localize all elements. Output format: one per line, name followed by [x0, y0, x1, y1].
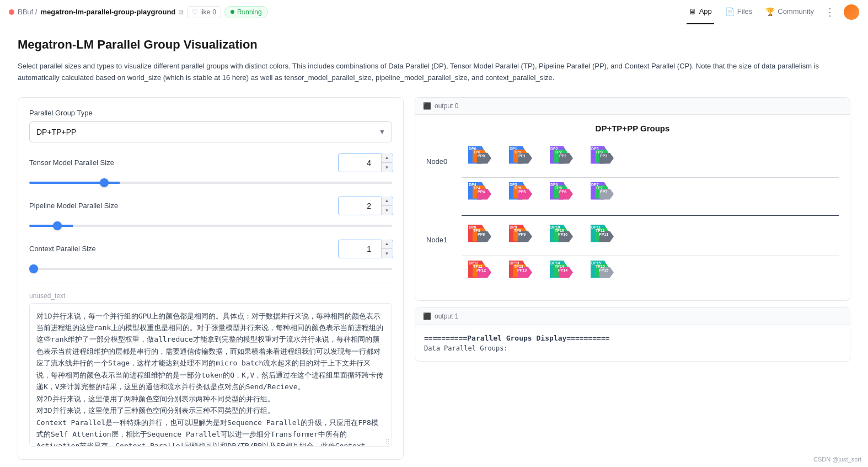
tensor-parallel-input-wrapper: ▲ ▼	[338, 153, 392, 172]
more-menu-button[interactable]: ⋮	[825, 6, 835, 18]
gpu-1: DP1 TP1 PP1	[509, 146, 541, 173]
node1-groups: DP8 TP8 PP8	[462, 220, 839, 291]
gpu-2: DP2 TP2 PP2	[550, 146, 582, 173]
parallel-group-type-field: Parallel Group Type DP+TP+PP DP+TP DP+PP…	[29, 109, 392, 142]
pp11-label-text: PP11	[599, 232, 608, 236]
gpu-11-icon: DP11 TP11 PP11	[591, 225, 623, 251]
parallel-group-type-select[interactable]: DP+TP+PP DP+TP DP+PP TP+PP DP TP PP	[29, 121, 392, 142]
gpu-12-icon: DP12 TP12 PP12	[468, 261, 500, 287]
tab-files[interactable]: 📄 Files	[723, 0, 754, 24]
node0-section: Node0 DP0	[426, 142, 839, 213]
pipeline-parallel-increment[interactable]: ▲	[381, 197, 392, 206]
nav-right: 🖥 App 📄 Files 🏆 Community ⋮	[687, 0, 859, 24]
nav-bbuf-label: BBuf /	[18, 8, 37, 16]
node1-section: Node1 DP8	[426, 220, 839, 291]
output-0-content: DP+TP+PP Groups Node0	[415, 115, 850, 300]
pp7-label-text: PP7	[600, 190, 607, 194]
tensor-parallel-increment[interactable]: ▲	[381, 153, 392, 163]
node1-label: Node1	[426, 220, 455, 244]
pipeline-parallel-input-wrapper: ▲ ▼	[338, 197, 392, 215]
pp1-label-text: PP1	[518, 154, 526, 158]
like-label: like	[200, 8, 210, 16]
page-content: Megatron-LM Parallel Group Visualization…	[0, 24, 868, 467]
output-0-header: ⬛ output 0	[415, 98, 850, 115]
tensor-parallel-slider[interactable]	[29, 182, 392, 184]
gpu-6: DP6 TP6 PP6	[550, 182, 582, 209]
tab-app-label: App	[699, 7, 712, 15]
running-label: Running	[237, 8, 262, 16]
watermark: CSDN @just_sort	[813, 456, 861, 463]
user-avatar[interactable]	[844, 4, 859, 20]
context-parallel-decrement[interactable]: ▼	[381, 249, 392, 258]
pp13-label-text: PP13	[517, 268, 527, 272]
output1-subtitle: Data Parallel Groups:	[424, 343, 841, 353]
gpu-13-icon: DP13 TP13 PP13	[509, 261, 541, 287]
gpu-5-icon: DP5 TP5 PP5	[509, 182, 541, 209]
context-parallel-label: Context Parallel Size	[29, 245, 338, 253]
gpu-4-icon: DP4 TP4 PP4	[468, 182, 500, 209]
pp8-label-text: PP8	[478, 232, 485, 236]
gpu-7-icon: DP7 TP7 PP7	[591, 182, 623, 209]
copy-icon[interactable]: ⧉	[179, 8, 184, 16]
gpu-11: DP11 TP11 PP11	[591, 225, 623, 251]
unused-textarea[interactable]	[29, 303, 392, 447]
pp0-label: PP0	[478, 154, 485, 158]
right-panel: ⬛ output 0 DP+TP+PP Groups Node0	[415, 97, 850, 460]
gpu-4: DP4 TP4 PP4	[468, 182, 500, 209]
node1-row2: DP12 TP12 PP12	[462, 256, 839, 291]
heart-icon: ♡	[192, 8, 198, 16]
output-1-box: ⬛ output 1 ==========Parallel Groups Dis…	[415, 307, 850, 362]
unused-text-label: unused_text	[29, 292, 392, 300]
tensor-parallel-decrement[interactable]: ▼	[381, 163, 392, 172]
pipeline-parallel-decrement[interactable]: ▼	[381, 206, 392, 215]
pipeline-parallel-spinners: ▲ ▼	[381, 197, 392, 215]
like-button[interactable]: ♡ like 0	[187, 6, 221, 18]
node0-label: Node0	[426, 142, 455, 166]
tp6-label-text: TP6	[555, 186, 562, 190]
tensor-parallel-spinners: ▲ ▼	[381, 153, 392, 172]
gpu-9: DP9 TP9 PP9	[509, 225, 541, 251]
parallel-group-type-label: Parallel Group Type	[29, 109, 392, 117]
gpu-5: DP5 TP5 PP5	[509, 182, 541, 209]
viz-title: DP+TP+PP Groups	[426, 124, 839, 133]
parallel-group-dropdown-wrapper: DP+TP+PP DP+TP DP+PP TP+PP DP TP PP ▼	[29, 121, 392, 142]
tab-community[interactable]: 🏆 Community	[763, 0, 816, 24]
nav-repo-name: megatron-lm-parallel-group-playground	[40, 8, 175, 16]
tab-community-label: Community	[778, 7, 814, 15]
gpu-9-icon: DP9 TP9 PP9	[509, 225, 541, 251]
tp15-label-text: TP15	[596, 264, 605, 268]
gpu-0: DP0 TP0 PP0	[468, 146, 500, 173]
gpu-6-icon: DP6 TP6 PP6	[550, 182, 582, 209]
pp12-label-text: PP12	[476, 268, 486, 272]
gpu-10: DP10 TP10 PP10	[550, 225, 582, 251]
page-title: Megatron-LM Parallel Group Visualization	[18, 38, 850, 52]
node0-row1: DP0 TP0 PP0	[462, 142, 839, 177]
tp5-label-text: TP5	[514, 186, 521, 190]
gpu-13: DP13 TP13 PP13	[509, 261, 541, 287]
gpu-10-icon: DP10 TP10 PP10	[550, 225, 582, 251]
tab-app[interactable]: 🖥 App	[687, 0, 714, 24]
pipeline-parallel-slider[interactable]	[29, 225, 392, 227]
gpu-15-icon: DP15 TP15 PP15	[591, 261, 623, 287]
tp3-label-text: TP3	[596, 150, 603, 154]
divider	[29, 283, 392, 283]
context-parallel-increment[interactable]: ▲	[381, 240, 392, 249]
pp2-label-text: PP2	[559, 154, 566, 158]
tensor-parallel-field: Tensor Model Parallel Size ▲ ▼	[29, 153, 392, 185]
pp9-label-text: PP9	[518, 232, 526, 236]
node-separator	[462, 215, 839, 216]
tab-files-label: Files	[737, 7, 752, 15]
pp15-label-text: PP15	[599, 268, 608, 272]
gpu-1-icon: DP1 TP1 PP1	[509, 146, 541, 173]
tp4-label-text: TP4	[473, 186, 480, 190]
output-0-box: ⬛ output 0 DP+TP+PP Groups Node0	[415, 97, 850, 301]
context-parallel-input-wrapper: ▲ ▼	[338, 240, 392, 258]
tp9-label-text: TP9	[514, 229, 521, 232]
context-parallel-slider[interactable]	[29, 268, 392, 270]
output-1-label: output 1	[435, 312, 458, 320]
pipeline-parallel-label: Pipeline Model Parallel Size	[29, 201, 338, 210]
tp2-label-text: TP2	[555, 150, 562, 154]
gpu-8-icon: DP8 TP8 PP8	[468, 225, 500, 251]
tensor-parallel-label: Tensor Model Parallel Size	[29, 158, 338, 167]
context-parallel-row: Context Parallel Size ▲ ▼	[29, 240, 392, 258]
